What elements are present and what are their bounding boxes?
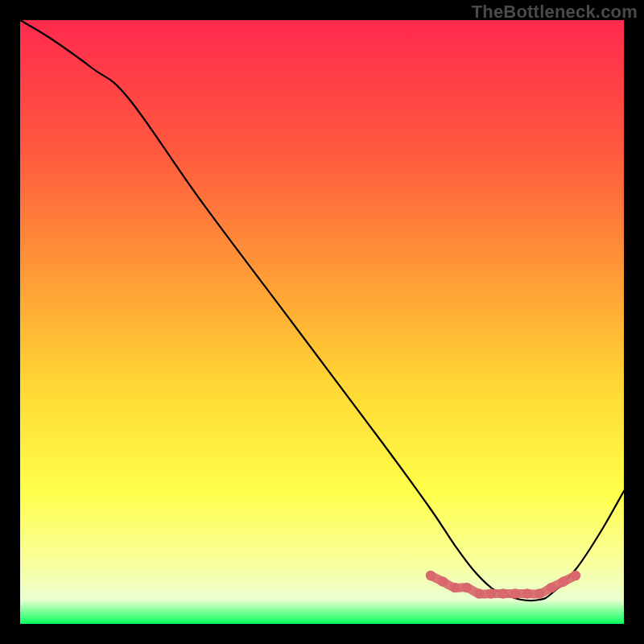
accent-dot (462, 583, 472, 592)
accent-dot (486, 588, 496, 598)
chart-frame: TheBottleneck.com (0, 0, 644, 644)
plot-area (20, 20, 624, 624)
gradient-background (20, 20, 624, 624)
accent-dot (498, 588, 508, 598)
accent-dot (535, 588, 544, 598)
accent-dot (571, 571, 580, 580)
watermark-text: TheBottleneck.com (472, 2, 638, 23)
accent-dot (426, 571, 436, 580)
chart-svg (20, 20, 624, 624)
accent-dot (450, 583, 460, 592)
accent-dot (510, 588, 520, 598)
accent-dot (547, 583, 556, 592)
accent-dot (559, 576, 568, 586)
accent-dot (438, 576, 448, 586)
accent-dot (522, 588, 532, 598)
accent-dot (474, 588, 484, 598)
